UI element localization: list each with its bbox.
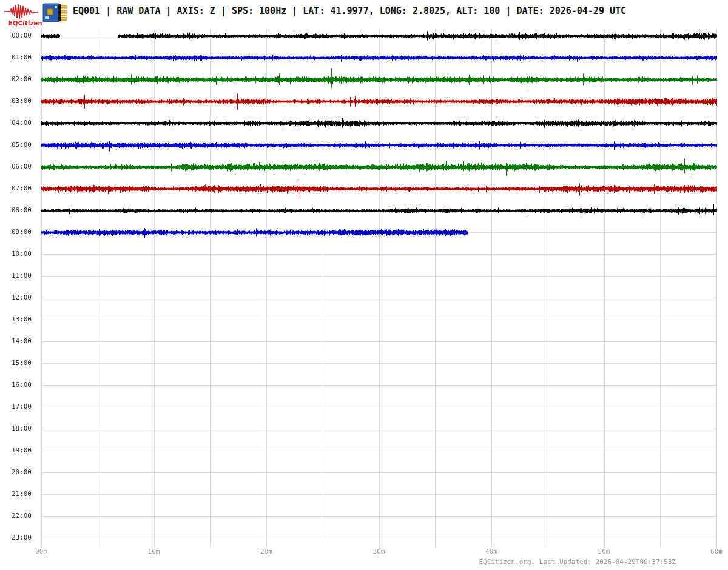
last-updated-text: EQCitizen.org. Last Updated: 2026-04-29T… <box>479 558 676 566</box>
hour-label: 15:00 <box>4 360 32 367</box>
hour-label: 19:00 <box>4 447 32 454</box>
minute-tick-label: 30m <box>373 548 385 555</box>
hour-label: 07:00 <box>4 185 32 192</box>
hour-label: 08:00 <box>4 207 32 214</box>
minute-tick-label: 20m <box>260 548 272 555</box>
hour-label: 03:00 <box>4 98 32 105</box>
hour-label: 02:00 <box>4 76 32 83</box>
minute-tick-label: 60m <box>710 548 723 555</box>
hour-label: 17:00 <box>4 403 32 411</box>
hour-label: 23:00 <box>4 534 32 542</box>
hour-label: 14:00 <box>4 338 32 345</box>
hour-label: 04:00 <box>4 119 32 127</box>
helicorder-plot <box>0 0 728 570</box>
hour-label: 05:00 <box>4 141 32 149</box>
hour-label: 00:00 <box>4 32 32 39</box>
hour-label: 21:00 <box>4 491 32 498</box>
hour-label: 11:00 <box>4 272 32 280</box>
hour-label: 22:00 <box>4 512 32 520</box>
hour-label: 09:00 <box>4 229 32 236</box>
hour-label: 18:00 <box>4 425 32 432</box>
hour-label: 06:00 <box>4 163 32 170</box>
hour-label: 01:00 <box>4 54 32 61</box>
minute-tick-label: 40m <box>485 548 497 555</box>
hour-label: 13:00 <box>4 316 32 323</box>
hour-label: 20:00 <box>4 469 32 476</box>
hour-label: 10:00 <box>4 250 32 258</box>
hour-label: 16:00 <box>4 381 32 389</box>
minute-tick-label: 50m <box>598 548 610 555</box>
minute-tick-label: 00m <box>35 548 47 555</box>
hour-label: 12:00 <box>4 294 32 301</box>
minute-tick-label: 10m <box>148 548 160 555</box>
